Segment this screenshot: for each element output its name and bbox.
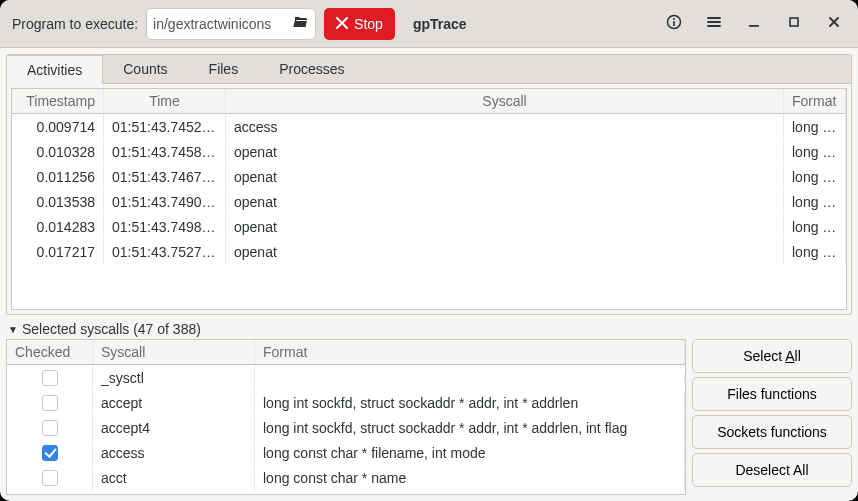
cell-format: long int sockfd, struct sockaddr * addr,… — [255, 391, 685, 415]
table-row[interactable]: acctlong const char * name — [7, 465, 685, 490]
tabs-frame: ActivitiesCountsFilesProcesses Timestamp… — [6, 54, 852, 315]
col-header-syscall2[interactable]: Syscall — [93, 340, 255, 364]
cell-syscall: access — [226, 115, 784, 139]
app-title: gpTrace — [403, 16, 467, 32]
checkbox[interactable] — [42, 470, 58, 486]
col-header-time[interactable]: Time — [104, 89, 226, 113]
table-row[interactable]: 0.01125601:51:43.746791openatlong o… — [12, 164, 846, 189]
cell-timestamp: 0.009714 — [12, 115, 104, 139]
cell-time: 01:51:43.749073 — [104, 190, 226, 214]
col-header-timestamp[interactable]: Timestamp — [12, 89, 104, 113]
cell-syscall: openat — [226, 140, 784, 164]
checkbox[interactable] — [42, 420, 58, 436]
stop-button[interactable]: Stop — [324, 8, 395, 40]
selected-syscalls-label: Selected syscalls (47 of 388) — [22, 321, 201, 337]
table-row[interactable]: acceptlong int sockfd, struct sockaddr *… — [7, 390, 685, 415]
table-row[interactable]: accept4long int sockfd, struct sockaddr … — [7, 415, 685, 440]
selected-syscalls-toggle[interactable]: ▼ Selected syscalls (47 of 388) — [6, 319, 852, 339]
side-buttons: Select All Files functions Sockets funct… — [692, 339, 852, 495]
table-row[interactable]: _sysctl — [7, 365, 685, 390]
cell-checked[interactable] — [7, 391, 93, 415]
info-icon — [666, 14, 682, 33]
col-header-syscall[interactable]: Syscall — [226, 89, 784, 113]
syscall-table-head: Checked Syscall Format — [7, 340, 685, 365]
cell-time: 01:51:43.752752 — [104, 240, 226, 264]
cell-syscall: accept — [93, 391, 255, 415]
files-functions-button[interactable]: Files functions — [692, 377, 852, 411]
cell-format: long const char * filename, int mode — [255, 441, 685, 465]
cell-checked[interactable] — [7, 441, 93, 465]
checkbox[interactable] — [42, 370, 58, 386]
syscall-table[interactable]: Checked Syscall Format _sysctlacceptlong… — [6, 339, 686, 495]
cell-timestamp: 0.011256 — [12, 165, 104, 189]
bottom-area: Checked Syscall Format _sysctlacceptlong… — [6, 339, 852, 495]
checkbox[interactable] — [42, 395, 58, 411]
maximize-icon — [786, 14, 802, 33]
cell-time: 01:51:43.745863 — [104, 140, 226, 164]
table-row[interactable]: 0.01428301:51:43.749818openatlong o… — [12, 214, 846, 239]
cell-timestamp: 0.014283 — [12, 215, 104, 239]
cell-syscall: openat — [226, 240, 784, 264]
minimize-icon — [746, 14, 762, 33]
cell-format: long o… — [784, 140, 846, 164]
deselect-all-button[interactable]: Deselect All — [692, 453, 852, 487]
cell-syscall: accept4 — [93, 416, 255, 440]
cell-format: long o… — [784, 190, 846, 214]
program-path-input[interactable] — [153, 16, 289, 32]
app-window: Program to execute: Stop gpTrace — [0, 0, 858, 501]
col-header-format2[interactable]: Format — [255, 340, 685, 364]
col-header-format[interactable]: Format — [784, 89, 846, 113]
cell-syscall: openat — [226, 190, 784, 214]
about-button[interactable] — [658, 8, 690, 40]
table-row[interactable]: 0.01353801:51:43.749073openatlong o… — [12, 189, 846, 214]
folder-open-icon[interactable] — [293, 14, 309, 33]
maximize-button[interactable] — [778, 8, 810, 40]
table-row[interactable]: 0.01721701:51:43.752752openatlong o… — [12, 239, 846, 264]
cell-format: long a… — [784, 115, 846, 139]
titlebar: Program to execute: Stop gpTrace — [0, 0, 858, 48]
program-label: Program to execute: — [8, 16, 138, 32]
checkbox[interactable] — [42, 445, 58, 461]
table-row[interactable]: accesslong const char * filename, int mo… — [7, 440, 685, 465]
table-row[interactable]: 0.00971401:51:43.745249accesslong a… — [12, 114, 846, 139]
tab-files[interactable]: Files — [189, 55, 260, 83]
cell-syscall: openat — [226, 215, 784, 239]
cell-syscall: acct — [93, 466, 255, 490]
activities-table-head: Timestamp Time Syscall Format — [12, 89, 846, 114]
cell-format: long o… — [784, 240, 846, 264]
cell-format: long const char * name — [255, 466, 685, 490]
svg-rect-4 — [790, 18, 798, 26]
cell-checked[interactable] — [7, 466, 93, 490]
minimize-button[interactable] — [738, 8, 770, 40]
tab-processes[interactable]: Processes — [259, 55, 365, 83]
cell-format — [255, 374, 685, 382]
cell-syscall: openat — [226, 165, 784, 189]
cell-timestamp: 0.010328 — [12, 140, 104, 164]
cell-syscall: access — [93, 441, 255, 465]
content-area: ActivitiesCountsFilesProcesses Timestamp… — [0, 48, 858, 501]
cell-time: 01:51:43.749818 — [104, 215, 226, 239]
svg-rect-2 — [673, 21, 675, 26]
cell-format: long o… — [784, 165, 846, 189]
hamburger-icon — [706, 14, 722, 33]
close-button[interactable] — [818, 8, 850, 40]
cell-checked[interactable] — [7, 416, 93, 440]
sockets-functions-button[interactable]: Sockets functions — [692, 415, 852, 449]
tab-activities[interactable]: Activities — [6, 55, 103, 84]
close-icon — [826, 14, 842, 33]
svg-point-1 — [673, 18, 675, 20]
activities-table[interactable]: Timestamp Time Syscall Format 0.00971401… — [11, 88, 847, 310]
tab-counts[interactable]: Counts — [103, 55, 188, 83]
table-row[interactable]: 0.01032801:51:43.745863openatlong o… — [12, 139, 846, 164]
program-path-field[interactable] — [146, 8, 316, 40]
select-all-button[interactable]: Select All — [692, 339, 852, 373]
close-icon — [336, 16, 348, 32]
cell-syscall: _sysctl — [93, 366, 255, 390]
menu-button[interactable] — [698, 8, 730, 40]
tab-row: ActivitiesCountsFilesProcesses — [7, 55, 851, 84]
cell-checked[interactable] — [7, 366, 93, 390]
col-header-checked[interactable]: Checked — [7, 340, 93, 364]
cell-time: 01:51:43.745249 — [104, 115, 226, 139]
cell-time: 01:51:43.746791 — [104, 165, 226, 189]
cell-timestamp: 0.013538 — [12, 190, 104, 214]
